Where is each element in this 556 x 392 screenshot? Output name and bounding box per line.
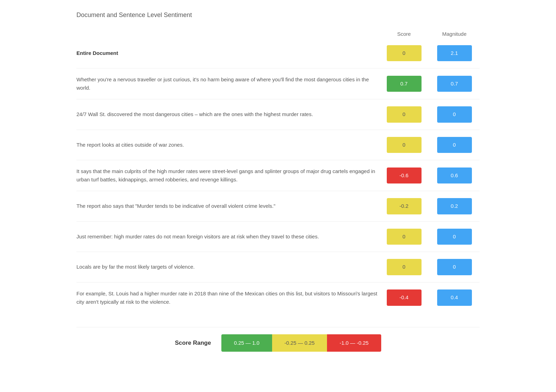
divider-row xyxy=(76,218,480,225)
magnitude-badge: 0.6 xyxy=(437,168,472,184)
table-row: Entire Document02.1 xyxy=(76,42,480,65)
score-cell: 0 xyxy=(379,255,429,279)
score-badge: 0 xyxy=(387,45,422,62)
score-badge: 0 xyxy=(387,137,422,153)
score-cell: -0.6 xyxy=(379,164,429,187)
range-neutral-badge: -0.25 — 0.25 xyxy=(272,334,327,352)
score-cell: 0 xyxy=(379,225,429,248)
sentence-text: 24/7 Wall St. discovered the most danger… xyxy=(76,111,327,117)
magnitude-badge: 0.7 xyxy=(437,76,472,92)
magnitude-badge: 0 xyxy=(437,259,472,275)
score-badge: 0 xyxy=(387,229,422,245)
magnitude-badge: 0 xyxy=(437,137,472,153)
magnitude-badge: 0 xyxy=(437,229,472,245)
divider-row xyxy=(76,65,480,72)
divider-row xyxy=(76,126,480,133)
score-badge: -0.6 xyxy=(387,168,422,184)
sentence-text-cell: The report also says that "Murder tends … xyxy=(76,195,379,218)
magnitude-badge: 2.1 xyxy=(437,45,472,62)
sentence-text-cell: Locals are by far the most likely target… xyxy=(76,255,379,279)
sentence-text-cell: 24/7 Wall St. discovered the most danger… xyxy=(76,103,379,126)
magnitude-cell: 2.1 xyxy=(429,42,480,65)
score-badge: 0 xyxy=(387,259,422,275)
score-badge: 0.7 xyxy=(387,76,422,92)
score-cell: 0.7 xyxy=(379,72,429,96)
magnitude-cell: 0.6 xyxy=(429,164,480,187)
sentence-text-cell: The report looks at cities outside of wa… xyxy=(76,133,379,157)
magnitude-column-header: Magnitude xyxy=(429,30,480,42)
magnitude-cell: 0 xyxy=(429,103,480,126)
sentence-text: Just remember: high murder rates do not … xyxy=(76,234,333,239)
score-badge: 0 xyxy=(387,106,422,123)
score-range-label: Score Range xyxy=(175,338,211,348)
sentence-text-cell: Whether you're a nervous traveller or ju… xyxy=(76,72,379,96)
sentence-text: Entire Document xyxy=(76,50,132,56)
score-cell: 0 xyxy=(379,133,429,157)
score-badge: -0.2 xyxy=(387,198,422,214)
divider-row xyxy=(76,279,480,286)
magnitude-cell: 0 xyxy=(429,255,480,279)
sentence-text-cell: For example, St. Louis had a higher murd… xyxy=(76,286,379,310)
sentence-text: For example, St. Louis had a higher murd… xyxy=(76,291,377,305)
table-row: For example, St. Louis had a higher murd… xyxy=(76,286,480,310)
magnitude-badge: 0.2 xyxy=(437,198,472,214)
sentence-text: Whether you're a nervous traveller or ju… xyxy=(76,76,369,91)
divider-row xyxy=(76,156,480,164)
magnitude-cell: 0.7 xyxy=(429,72,480,96)
sentence-text-cell: It says that the main culprits of the hi… xyxy=(76,164,379,187)
sentence-text-cell: Just remember: high murder rates do not … xyxy=(76,225,379,248)
table-row: Just remember: high murder rates do not … xyxy=(76,225,480,248)
text-column-header xyxy=(76,30,379,42)
score-range-legend: Score Range 0.25 — 1.0 -0.25 — 0.25 -1.0… xyxy=(76,327,480,359)
page-title: Document and Sentence Level Sentiment xyxy=(76,10,480,20)
table-row: The report looks at cities outside of wa… xyxy=(76,133,480,157)
magnitude-cell: 0 xyxy=(429,133,480,157)
range-negative-badge: -1.0 — -0.25 xyxy=(327,334,381,352)
table-row: Locals are by far the most likely target… xyxy=(76,255,480,279)
sentence-text: The report looks at cities outside of wa… xyxy=(76,142,198,148)
table-row: It says that the main culprits of the hi… xyxy=(76,164,480,187)
sentence-text: The report also says that "Murder tends … xyxy=(76,203,289,209)
divider-row xyxy=(76,187,480,195)
range-positive-badge: 0.25 — 1.0 xyxy=(221,334,272,352)
score-badge: -0.4 xyxy=(387,289,422,306)
score-cell: 0 xyxy=(379,103,429,126)
table-row: 24/7 Wall St. discovered the most danger… xyxy=(76,103,480,126)
score-cell: 0 xyxy=(379,42,429,65)
magnitude-cell: 0.2 xyxy=(429,195,480,218)
magnitude-cell: 0 xyxy=(429,225,480,248)
sentence-text: Locals are by far the most likely target… xyxy=(76,264,208,270)
magnitude-badge: 0.4 xyxy=(437,289,472,306)
table-row: Whether you're a nervous traveller or ju… xyxy=(76,72,480,96)
table-row: The report also says that "Murder tends … xyxy=(76,195,480,218)
magnitude-cell: 0.4 xyxy=(429,286,480,310)
divider-row xyxy=(76,248,480,255)
divider-row xyxy=(76,96,480,103)
score-column-header: Score xyxy=(379,30,429,42)
sentence-text: It says that the main culprits of the hi… xyxy=(76,168,375,182)
sentiment-table: Score Magnitude Entire Document02.1Wheth… xyxy=(76,30,480,310)
sentence-text-cell: Entire Document xyxy=(76,42,379,65)
score-cell: -0.4 xyxy=(379,286,429,310)
score-cell: -0.2 xyxy=(379,195,429,218)
magnitude-badge: 0 xyxy=(437,106,472,123)
